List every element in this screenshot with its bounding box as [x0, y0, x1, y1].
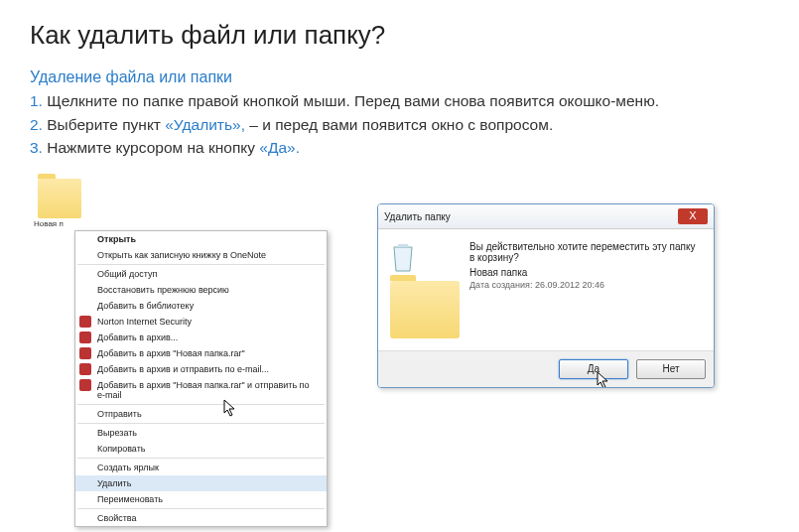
step-item: 2. Выберите пункт «Удалить», – и перед в… [30, 114, 769, 136]
dialog-folder-name: Новая папка [469, 267, 702, 278]
menu-separator [77, 264, 325, 265]
close-button[interactable]: X [678, 208, 708, 224]
menu-item[interactable]: Восстановить прежнюю версию [75, 282, 327, 298]
cursor-icon [597, 371, 612, 388]
steps-list: 1. Щелкните по папке правой кнопкой мыши… [30, 90, 769, 159]
menu-item-label: Восстановить прежнюю версию [97, 285, 229, 295]
no-button[interactable]: Нет [636, 359, 706, 379]
recycle-bin-icon [390, 241, 416, 273]
menu-item-label: Копировать [97, 444, 145, 454]
menu-item[interactable]: Создать ярлык [75, 460, 327, 475]
menu-item-label: Открыть как записную книжку в OneNote [97, 250, 266, 260]
menu-item-label: Добавить в архив и отправить по e-mail..… [97, 364, 269, 374]
menu-item-label: Добавить в архив... [97, 332, 178, 342]
menu-item-icon [79, 379, 91, 391]
menu-item[interactable]: Добавить в архив "Новая папка.rar" и отп… [75, 377, 327, 403]
context-menu: ОткрытьОткрыть как записную книжку в One… [74, 230, 328, 527]
confirm-dialog: Удалить папку X Вы действительно хотите … [377, 203, 715, 388]
menu-item-label: Добавить в архив "Новая папка.rar" и отп… [97, 380, 309, 400]
page-title: Как удалить файл или папку? [30, 20, 769, 51]
menu-item[interactable]: Общий доступ [75, 266, 327, 282]
menu-item-label: Создать ярлык [97, 463, 159, 472]
dialog-left-icons [390, 241, 460, 338]
menu-item[interactable]: Добавить в библиотеку [75, 298, 327, 314]
yes-button[interactable]: Да [559, 359, 628, 379]
menu-item-label: Свойства [97, 513, 137, 523]
menu-item-icon [79, 316, 91, 328]
menu-item-label: Общий доступ [97, 269, 157, 279]
menu-item-label: Переименовать [97, 494, 163, 504]
menu-item-label: Удалить [97, 478, 131, 488]
folder-label: Новая п [34, 219, 328, 228]
menu-item[interactable]: Norton Internet Security [75, 314, 327, 330]
dialog-buttons: Да Нет [378, 350, 714, 387]
dialog-title-text: Удалить папку [384, 211, 451, 222]
menu-item-label: Отправить [97, 409, 142, 419]
menu-item[interactable]: Вырезать [75, 425, 327, 441]
section-subtitle: Удаление файла или папки [30, 68, 769, 86]
menu-item[interactable]: Копировать [75, 441, 327, 457]
dialog-body: Вы действительно хотите переместить эту … [378, 229, 714, 350]
step-item: 3. Нажмите курсором на кнопку «Да». [30, 137, 769, 159]
menu-item-icon [79, 347, 91, 359]
menu-item-label: Добавить в архив "Новая папка.rar" [97, 348, 245, 358]
menu-item[interactable]: Добавить в архив "Новая папка.rar" [75, 345, 327, 361]
menu-item[interactable]: Открыть [75, 231, 327, 247]
folder-big-icon [390, 281, 460, 338]
dialog-message-area: Вы действительно хотите переместить эту … [469, 241, 702, 338]
menu-item-label: Добавить в библиотеку [97, 301, 194, 311]
screenshots-row: Новая п ОткрытьОткрыть как записную книж… [30, 179, 769, 527]
step-item: 1. Щелкните по папке правой кнопкой мыши… [30, 90, 769, 112]
screenshot-dialog: Удалить папку X Вы действительно хотите … [377, 203, 715, 388]
menu-item-icon [79, 332, 91, 343]
menu-separator [77, 508, 325, 509]
menu-item[interactable]: Добавить в архив и отправить по e-mail..… [75, 361, 327, 377]
menu-item[interactable]: Удалить [75, 475, 327, 491]
screenshot-context-menu: Новая п ОткрытьОткрыть как записную книж… [30, 179, 328, 527]
menu-item[interactable]: Отправить [75, 406, 327, 422]
menu-item[interactable]: Свойства [75, 510, 327, 526]
menu-item-label: Открыть [97, 234, 136, 244]
dialog-titlebar: Удалить папку X [378, 204, 714, 229]
dialog-date: Дата создания: 26.09.2012 20:46 [469, 280, 702, 290]
menu-separator [77, 458, 325, 459]
menu-item-icon [79, 363, 91, 375]
menu-separator [77, 404, 325, 405]
menu-item-label: Norton Internet Security [97, 317, 192, 327]
menu-item[interactable]: Добавить в архив... [75, 330, 327, 345]
menu-item-label: Вырезать [97, 428, 137, 438]
folder-icon [38, 179, 81, 218]
menu-separator [77, 423, 325, 424]
cursor-icon [223, 399, 239, 419]
dialog-message: Вы действительно хотите переместить эту … [469, 241, 702, 263]
menu-item[interactable]: Переименовать [75, 491, 327, 507]
menu-item[interactable]: Открыть как записную книжку в OneNote [75, 247, 327, 263]
